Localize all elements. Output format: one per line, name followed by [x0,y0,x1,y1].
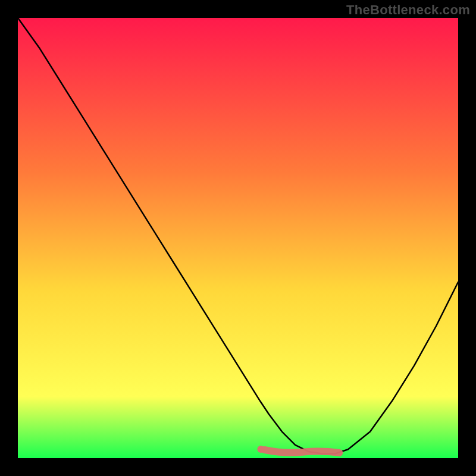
optimal-range-stroke [264,450,339,453]
bottleneck-chart [18,18,458,458]
chart-frame: TheBottleneck.com [0,0,476,476]
gradient-background [18,18,458,458]
optimal-range-start-dot [257,446,264,453]
watermark-text: TheBottleneck.com [346,2,470,18]
